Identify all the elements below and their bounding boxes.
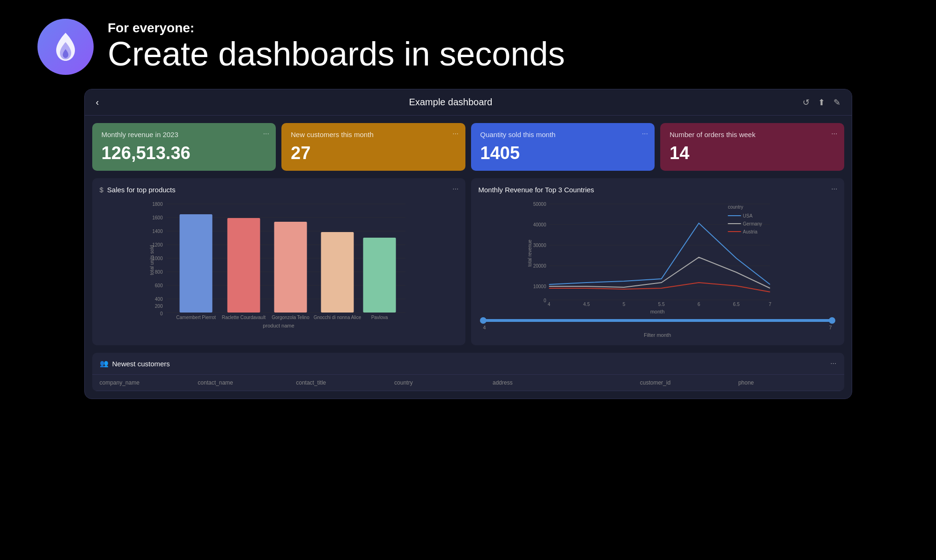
dashboard-container: ‹ Example dashboard ↺ ⬆ ✎ Monthly revenu… bbox=[84, 89, 852, 399]
svg-text:6: 6 bbox=[697, 302, 700, 307]
svg-rect-21 bbox=[227, 218, 260, 313]
slider-thumb-right[interactable] bbox=[829, 317, 835, 324]
kpi-dots-orders[interactable]: ··· bbox=[831, 130, 837, 138]
svg-text:40000: 40000 bbox=[533, 222, 546, 227]
kpi-card-quantity: Quantity sold this month 1405 ··· bbox=[471, 123, 655, 171]
svg-text:0: 0 bbox=[543, 298, 546, 303]
col-customer-id: customer_id bbox=[640, 379, 738, 386]
col-address: address bbox=[493, 379, 640, 386]
svg-text:5.5: 5.5 bbox=[658, 302, 664, 307]
kpi-label-customers: New customers this month bbox=[291, 131, 456, 138]
slider-track[interactable] bbox=[483, 319, 832, 322]
bar-chart-card: $ Sales for top products ··· 1800 1600 1… bbox=[92, 178, 465, 345]
svg-text:Raclette Courdavault: Raclette Courdavault bbox=[221, 315, 265, 320]
hero-subtitle: For everyone: bbox=[108, 21, 565, 36]
svg-text:5: 5 bbox=[622, 302, 625, 307]
svg-text:1400: 1400 bbox=[152, 229, 163, 234]
slider-min-label: 4 bbox=[483, 325, 486, 330]
hero-title: Create dashboards in seconds bbox=[108, 36, 565, 73]
svg-text:total revenue: total revenue bbox=[527, 240, 532, 267]
svg-text:Gorgonzola Telino: Gorgonzola Telino bbox=[272, 315, 310, 320]
bar-chart-title: $ Sales for top products bbox=[100, 186, 458, 194]
charts-row: $ Sales for top products ··· 1800 1600 1… bbox=[85, 178, 852, 353]
svg-text:Pavlova: Pavlova bbox=[371, 315, 388, 320]
svg-text:0: 0 bbox=[160, 311, 162, 316]
kpi-label-revenue: Monthly revenue in 2023 bbox=[102, 131, 267, 138]
hero-text: For everyone: Create dashboards in secon… bbox=[108, 21, 565, 73]
kpi-value-customers: 27 bbox=[291, 143, 456, 163]
col-contact-title: contact_title bbox=[296, 379, 394, 386]
kpi-dots-customers[interactable]: ··· bbox=[452, 130, 458, 138]
edit-icon[interactable]: ✎ bbox=[833, 97, 840, 108]
line-chart-title: Monthly Revenue for Top 3 Countries bbox=[479, 186, 837, 194]
svg-text:600: 600 bbox=[155, 283, 162, 288]
slider-fill bbox=[483, 319, 832, 322]
kpi-card-customers: New customers this month 27 ··· bbox=[281, 123, 465, 171]
customers-icon: 👥 bbox=[100, 359, 109, 368]
refresh-icon[interactable]: ↺ bbox=[803, 97, 810, 108]
svg-text:country: country bbox=[728, 204, 743, 210]
kpi-value-revenue: 126,513.36 bbox=[102, 143, 267, 163]
share-icon[interactable]: ⬆ bbox=[818, 97, 825, 108]
line-chart-card: Monthly Revenue for Top 3 Countries ··· … bbox=[471, 178, 844, 345]
bar-x-axis-label: product name bbox=[100, 323, 458, 328]
line-chart-svg: 50000 40000 30000 20000 10000 0 total re… bbox=[479, 199, 837, 307]
newest-customers-table: 👥 Newest customers ··· company_name cont… bbox=[92, 353, 844, 391]
kpi-dots-revenue[interactable]: ··· bbox=[263, 130, 269, 138]
kpi-dots-quantity[interactable]: ··· bbox=[642, 130, 648, 138]
table-header-bar: 👥 Newest customers ··· bbox=[92, 353, 844, 375]
kpi-row: Monthly revenue in 2023 126,513.36 ··· N… bbox=[85, 116, 852, 178]
col-country: country bbox=[394, 379, 493, 386]
line-chart-dots[interactable]: ··· bbox=[831, 185, 837, 193]
hero-section: For everyone: Create dashboards in secon… bbox=[0, 0, 936, 89]
svg-text:USA: USA bbox=[743, 213, 752, 218]
flame-icon bbox=[52, 30, 80, 63]
svg-text:6.5: 6.5 bbox=[733, 302, 739, 307]
line-chart-area: 50000 40000 30000 20000 10000 0 total re… bbox=[479, 199, 837, 309]
table-column-headers: company_name contact_name contact_title … bbox=[92, 375, 844, 391]
kpi-card-revenue: Monthly revenue in 2023 126,513.36 ··· bbox=[92, 123, 276, 171]
svg-text:total units sold: total units sold bbox=[149, 245, 154, 275]
svg-rect-23 bbox=[321, 232, 354, 313]
svg-text:200: 200 bbox=[155, 304, 162, 309]
table-dots[interactable]: ··· bbox=[830, 359, 836, 368]
back-button[interactable]: ‹ bbox=[96, 97, 99, 108]
line-x-axis-label: month bbox=[479, 309, 837, 314]
kpi-label-orders: Number of orders this week bbox=[670, 131, 835, 138]
svg-text:Austria: Austria bbox=[743, 229, 758, 234]
kpi-card-orders: Number of orders this week 14 ··· bbox=[660, 123, 844, 171]
bar-chart-dots[interactable]: ··· bbox=[452, 185, 458, 193]
svg-rect-24 bbox=[363, 238, 396, 313]
kpi-value-orders: 14 bbox=[670, 143, 835, 163]
svg-text:800: 800 bbox=[155, 269, 162, 275]
header-actions: ↺ ⬆ ✎ bbox=[803, 97, 840, 108]
svg-text:20000: 20000 bbox=[533, 263, 546, 269]
svg-text:Gnocchi di nonna Alice: Gnocchi di nonna Alice bbox=[313, 315, 361, 320]
svg-text:30000: 30000 bbox=[533, 243, 546, 248]
svg-text:Germany: Germany bbox=[743, 221, 762, 226]
logo bbox=[37, 19, 94, 75]
svg-rect-20 bbox=[179, 214, 212, 313]
filter-label: Filter month bbox=[479, 332, 837, 338]
slider-max-label: 7 bbox=[829, 325, 832, 330]
svg-text:400: 400 bbox=[155, 297, 162, 302]
bar-chart-area: 1800 1600 1400 1200 1000 800 600 400 200… bbox=[100, 199, 458, 321]
slider-labels: 4 7 bbox=[479, 322, 837, 330]
svg-text:50000: 50000 bbox=[533, 202, 546, 207]
svg-text:4.5: 4.5 bbox=[583, 302, 590, 307]
svg-rect-22 bbox=[274, 222, 307, 313]
svg-text:10000: 10000 bbox=[533, 284, 546, 289]
slider-thumb-left[interactable] bbox=[480, 317, 486, 324]
bar-chart-svg: 1800 1600 1400 1200 1000 800 600 400 200… bbox=[100, 199, 458, 321]
svg-text:1600: 1600 bbox=[152, 215, 163, 220]
kpi-value-quantity: 1405 bbox=[480, 143, 646, 163]
table-header-title: 👥 Newest customers bbox=[100, 359, 170, 368]
dashboard-header: ‹ Example dashboard ↺ ⬆ ✎ bbox=[85, 89, 852, 116]
svg-text:Camembert Pierrot: Camembert Pierrot bbox=[176, 315, 216, 320]
dollar-icon: $ bbox=[100, 186, 103, 194]
kpi-label-quantity: Quantity sold this month bbox=[480, 131, 646, 138]
col-phone: phone bbox=[738, 379, 837, 386]
svg-text:4: 4 bbox=[547, 302, 550, 307]
svg-text:1800: 1800 bbox=[152, 202, 163, 207]
filter-slider[interactable]: 4 7 Filter month bbox=[479, 319, 837, 338]
